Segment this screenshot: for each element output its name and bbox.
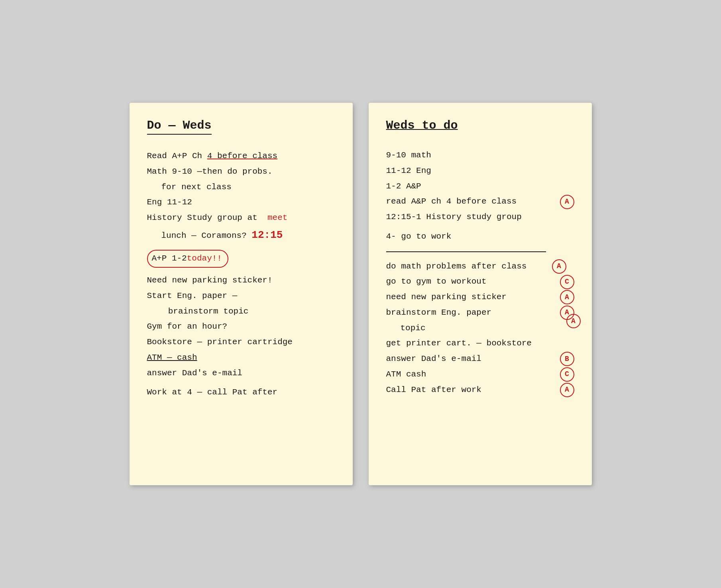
left-item-4-text: Eng 11-12 xyxy=(147,195,192,210)
left-item-1-text: Read A+P Ch 4 before class xyxy=(147,149,278,164)
left-item-7: A+P 1-2 today!! xyxy=(147,247,335,270)
right-task-5: get printer cart. — bookstore xyxy=(386,336,574,351)
right-t2-badge-c: C xyxy=(560,275,574,289)
right-s1-text: 9-10 math xyxy=(386,148,574,163)
schedule-section: 9-10 math 11-12 Eng 1-2 A&P read A&P ch … xyxy=(386,148,574,244)
left-item-6: lunch — Coramons? 12:15 xyxy=(147,226,335,245)
left-item-8-text: Need new parking sticker! xyxy=(147,273,273,288)
left-item-1: Read A+P Ch 4 before class xyxy=(147,149,335,164)
right-schedule-4: read A&P ch 4 before class A xyxy=(386,194,574,209)
right-note-card: Weds to do 9-10 math 11-12 Eng 1-2 A&P r… xyxy=(369,103,592,485)
left-item-4: Eng 11-12 xyxy=(147,195,335,210)
right-t1-badge-a: A xyxy=(552,259,566,274)
right-s6-text: 4- go to work xyxy=(386,229,574,244)
tasks-section: do math problems after class A go to gym… xyxy=(386,259,574,398)
right-t7-badge-c: C xyxy=(560,367,574,382)
right-t3-badge-a: A xyxy=(560,290,574,304)
left-card-title: Do — Weds xyxy=(147,119,212,135)
left-item-2: Math 9-10 —then do probs. xyxy=(147,165,335,179)
left-item-15-text: Work at 4 — call Pat after xyxy=(147,385,278,400)
right-tasks-badge-a-float: A xyxy=(564,314,581,328)
right-t8-badge-a: A xyxy=(560,383,574,397)
left-item-9: Start Eng. paper — xyxy=(147,289,335,304)
right-task-4: brainstorm Eng. paper A xyxy=(386,306,574,320)
right-s4-badge-a: A xyxy=(560,195,574,209)
left-item-7-text-black: A+P 1-2 xyxy=(152,251,187,266)
left-item-3: for next class xyxy=(147,180,335,195)
right-schedule-1: 9-10 math xyxy=(386,148,574,163)
right-t5-text: get printer cart. — bookstore xyxy=(386,336,574,351)
right-t3-text: need new parking sticker xyxy=(386,290,555,305)
left-item-11-text: Gym for an hour? xyxy=(147,319,228,334)
right-task-1: do math problems after class A xyxy=(386,259,574,274)
left-item-15: Work at 4 — call Pat after xyxy=(147,385,335,400)
right-schedule-5: 12:15-1 History study group xyxy=(386,210,574,225)
left-note-card: Do — Weds Read A+P Ch 4 before class Mat… xyxy=(130,103,353,485)
right-title-block: Weds to do xyxy=(386,119,574,137)
right-schedule-6: 4- go to work xyxy=(386,229,574,244)
right-s2-text: 11-12 Eng xyxy=(386,164,574,178)
left-item-8: Need new parking sticker! xyxy=(147,273,335,288)
right-s4-text: read A&P ch 4 before class xyxy=(386,194,555,209)
right-s3-text: 1-2 A&P xyxy=(386,179,574,194)
right-t4b-text: topic xyxy=(401,321,426,336)
left-item-12-text: Bookstore — printer cartridge xyxy=(147,335,293,350)
right-t1-text: do math problems after class xyxy=(386,259,574,274)
left-item-5-text: History Study group at meet xyxy=(147,211,288,225)
left-item-5: History Study group at meet xyxy=(147,211,335,225)
right-t8-text: Call Pat after work xyxy=(386,383,555,398)
left-item-14-text: answer Dad's e-mail xyxy=(147,366,242,381)
left-item-12: Bookstore — printer cartridge xyxy=(147,335,335,350)
left-item-2-text: Math 9-10 —then do probs. xyxy=(147,165,273,179)
right-task-3: need new parking sticker A xyxy=(386,290,574,305)
right-card-title: Weds to do xyxy=(386,119,458,134)
right-t2-text: go to gym to workout xyxy=(386,274,555,289)
left-item-13-text: ATM — cash xyxy=(147,351,197,365)
right-schedule-3: 1-2 A&P xyxy=(386,179,574,194)
left-item-10: brainstorm topic xyxy=(147,304,335,319)
left-item-14: answer Dad's e-mail xyxy=(147,366,335,381)
left-item-13: ATM — cash xyxy=(147,351,335,365)
right-task-8: Call Pat after work A xyxy=(386,383,574,398)
page-container: Do — Weds Read A+P Ch 4 before class Mat… xyxy=(130,103,592,485)
section-divider xyxy=(386,251,546,252)
right-t7-text: ATM cash xyxy=(386,367,555,382)
right-s5-text: 12:15-1 History study group xyxy=(386,210,574,225)
left-item-9-text: Start Eng. paper — xyxy=(147,289,238,304)
left-item-6-text: lunch — Coramons? 12:15 xyxy=(161,226,283,245)
left-item-7-text-red: today!! xyxy=(187,251,222,266)
left-item-11: Gym for an hour? xyxy=(147,319,335,334)
right-task-2: go to gym to workout C xyxy=(386,274,574,289)
right-task-4b: topic xyxy=(386,321,574,336)
right-task-7: ATM cash C xyxy=(386,367,574,382)
left-item-10-text: brainstorm topic xyxy=(158,304,249,319)
right-t6-badge-b: B xyxy=(560,352,574,366)
right-task-6: answer Dad's e-mail B xyxy=(386,352,574,367)
left-item-3-text: for next class xyxy=(161,180,232,195)
right-t6-text: answer Dad's e-mail xyxy=(386,352,555,367)
right-t4-text: brainstorm Eng. paper xyxy=(386,306,555,320)
right-schedule-2: 11-12 Eng xyxy=(386,164,574,178)
left-item-7-circled: A+P 1-2 today!! xyxy=(147,250,228,268)
left-title-block: Do — Weds xyxy=(147,119,335,138)
right-float-badge-a: A xyxy=(566,314,581,328)
